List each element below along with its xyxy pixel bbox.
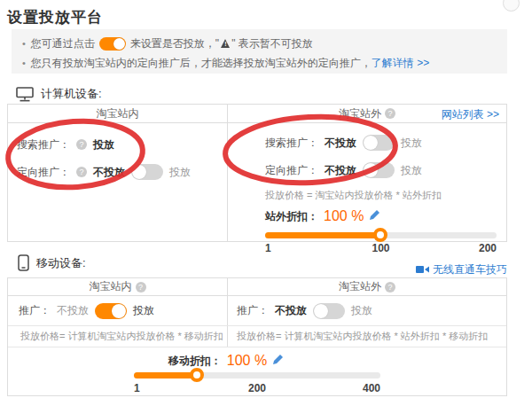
- scale-min: 1: [134, 382, 140, 394]
- help-icon[interactable]: [76, 167, 87, 177]
- slider-track[interactable]: [134, 372, 380, 378]
- offsite-search-toggle[interactable]: [363, 135, 395, 151]
- search-promo-row: 搜索推广： 不投放 投放: [265, 134, 506, 152]
- discount-label: 移动折扣：: [168, 354, 222, 369]
- search-promo-row: 搜索推广： 投放: [17, 136, 227, 153]
- toggle-knob: [314, 304, 328, 318]
- bullet-icon: •: [22, 38, 26, 49]
- onsite-targeted-toggle[interactable]: [131, 164, 163, 180]
- notice-text: 您只有投放淘宝站内的定向推广后，才能选择投放淘宝站外的定向推广，: [31, 56, 372, 71]
- row-label: 推广：: [237, 303, 269, 318]
- learn-more-link[interactable]: 了解详情 >>: [372, 56, 429, 71]
- toggle-knob: [132, 165, 146, 179]
- slider-handle[interactable]: [190, 368, 204, 382]
- slider-fill: [265, 232, 381, 238]
- notice-line-1: • 您可通过点击 来设置是否投放，" " 表示暂不可投放: [22, 34, 507, 53]
- row-value: 不投放: [275, 303, 307, 318]
- computer-table-header: 淘宝站内 淘宝站外 网站列表 >>: [8, 105, 506, 123]
- help-icon[interactable]: [385, 108, 395, 119]
- example-toggle-icon: [99, 37, 126, 51]
- mobile-discount-row: 移动折扣： 100 % 1 200 400: [8, 347, 506, 394]
- toggle-knob: [364, 136, 378, 150]
- mobile-table: 淘宝站内 淘宝站外 推广： 不投放 投放 推广： 不投放: [7, 277, 507, 396]
- offsite-discount-line: 站外折扣： 100 %: [265, 208, 506, 224]
- toggle-on-label: 投放: [351, 303, 372, 318]
- row-label: 定向推广：: [265, 163, 318, 178]
- mobile-offsite-formula-cell: 投放价格= 计算机淘宝站内投放价格 * 站外折扣 * 移动折扣: [228, 326, 506, 347]
- section-title: 计算机设备:: [41, 86, 102, 102]
- row-value: 投放: [93, 137, 114, 152]
- help-icon[interactable]: [136, 282, 146, 293]
- notice-text: " 表示暂不可投放: [231, 36, 313, 51]
- price-formula: 投放价格= 计算机淘宝站内投放价格 * 移动折扣: [20, 330, 223, 343]
- help-icon[interactable]: [76, 139, 87, 150]
- scale-mid: 100: [372, 242, 389, 254]
- row-value: 不投放: [93, 165, 125, 180]
- notice-box: • 您可通过点击 来设置是否投放，" " 表示暂不可投放 • 您只有投放淘宝站内…: [12, 29, 507, 74]
- notice-line-2: • 您只有投放淘宝站内的定向推广后，才能选择投放淘宝站外的定向推广， 了解详情 …: [22, 53, 507, 73]
- computer-icon: [16, 87, 34, 102]
- scale-min: 1: [265, 242, 271, 254]
- targeted-promo-row: 定向推广： 不投放 投放: [17, 163, 227, 181]
- slider-scale: 1 100 200: [265, 242, 497, 254]
- slider-fill: [134, 372, 198, 378]
- slider-track[interactable]: [265, 232, 497, 238]
- scale-max: 200: [479, 242, 497, 254]
- toggle-on-label: 投放: [401, 163, 422, 178]
- toggle-knob: [112, 304, 126, 318]
- mobile-offsite-promo: 推广： 不投放 投放: [228, 296, 506, 325]
- edit-pencil-icon[interactable]: [272, 354, 284, 368]
- mobile-onsite-formula-cell: 投放价格= 计算机淘宝站内投放价格 * 移动折扣: [8, 326, 228, 347]
- section-title: 移动设备:: [36, 255, 86, 271]
- computer-section-heading: 计算机设备:: [16, 86, 102, 102]
- column-title: 淘宝站内: [97, 106, 139, 121]
- mobile-section-heading: 移动设备:: [18, 254, 86, 271]
- link-label: 无线直通车技巧: [433, 262, 507, 277]
- offsite-discount-slider[interactable]: 1 100 200: [265, 232, 497, 254]
- row-value: 不投放: [57, 303, 89, 318]
- offsite-price-formula: 投放价格 = 淘宝站内投放价格 * 站外折扣: [265, 189, 506, 202]
- mobile-table-header: 淘宝站内 淘宝站外: [8, 278, 506, 296]
- row-value: 不投放: [325, 136, 356, 151]
- slider-handle[interactable]: [373, 228, 387, 242]
- toggle-on-label: 投放: [169, 165, 191, 180]
- computer-table: 淘宝站内 淘宝站外 网站列表 >> 搜索推广： 投放 定向推广：: [7, 104, 507, 242]
- column-title: 淘宝站外: [339, 279, 381, 294]
- mobile-onsite-toggle[interactable]: [95, 303, 127, 319]
- toggle-knob: [364, 163, 378, 177]
- mobile-phone-icon: [18, 254, 29, 271]
- edit-pencil-icon[interactable]: [369, 209, 380, 223]
- row-label: 搜索推广：: [265, 136, 318, 151]
- offsite-targeted-toggle[interactable]: [363, 162, 395, 178]
- computer-offsite-cell: 搜索推广： 不投放 投放 定向推广： 不投放 投放 投放价格 = 淘宝站内投放价…: [228, 123, 506, 242]
- mobile-toggle-row: 推广： 不投放 投放 推广： 不投放 投放: [8, 296, 506, 326]
- mobile-offsite-toggle[interactable]: [313, 303, 345, 319]
- column-title: 淘宝站内: [90, 279, 132, 294]
- row-value: 不投放: [325, 163, 356, 178]
- wireless-tips-link[interactable]: 无线直通车技巧: [416, 262, 507, 277]
- scale-mid: 200: [248, 382, 266, 394]
- discount-value: 100 %: [324, 208, 364, 224]
- close-button[interactable]: [503, 0, 520, 12]
- targeted-promo-row: 定向推广： 不投放 投放: [265, 161, 506, 179]
- notice-text: 来设置是否投放，": [130, 36, 219, 51]
- mobile-onsite-promo: 推广： 不投放 投放: [8, 296, 228, 325]
- mobile-formula-row: 投放价格= 计算机淘宝站内投放价格 * 移动折扣 投放价格= 计算机淘宝站内投放…: [8, 326, 506, 347]
- offsite-column-header: 淘宝站外: [228, 278, 506, 295]
- onsite-column-header: 淘宝站内: [8, 278, 228, 295]
- row-label: 搜索推广：: [17, 137, 70, 152]
- price-formula: 投放价格= 计算机淘宝站内投放价格 * 站外折扣 * 移动折扣: [237, 330, 488, 343]
- help-icon[interactable]: [385, 282, 395, 293]
- video-camera-icon: [416, 264, 429, 277]
- site-list-link[interactable]: 网站列表 >>: [442, 107, 499, 122]
- scale-max: 400: [363, 382, 380, 394]
- toggle-on-label: 投放: [401, 136, 422, 151]
- mobile-discount-slider[interactable]: 1 200 400: [134, 372, 380, 394]
- offsite-column-header: 淘宝站外 网站列表 >>: [228, 105, 506, 122]
- row-label: 推广：: [19, 303, 51, 318]
- onsite-column-header: 淘宝站内: [8, 105, 228, 122]
- page-title: 设置投放平台: [7, 7, 103, 27]
- column-title: 淘宝站外: [339, 106, 381, 121]
- bullet-icon: •: [22, 58, 26, 68]
- notice-text: 您可通过点击: [31, 36, 95, 51]
